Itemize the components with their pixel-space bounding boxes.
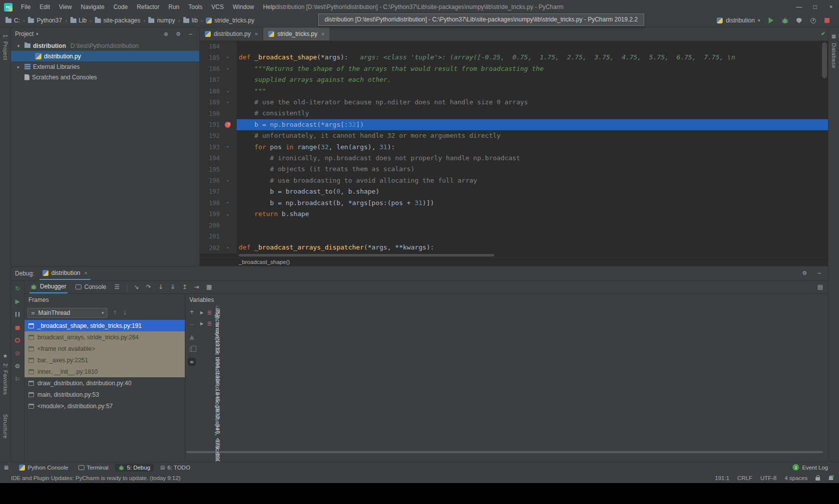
fold-marker-icon[interactable]: ▾: [223, 142, 233, 153]
variable-row[interactable]: ▶☰args = {tuple} <class 'tuple'>: (array…: [198, 318, 828, 329]
menu-run[interactable]: Run: [164, 0, 184, 14]
next-frame-button[interactable]: ↓: [122, 309, 127, 316]
menu-vcs[interactable]: VCS: [207, 0, 228, 14]
breadcrumb-item[interactable]: Python37: [26, 16, 63, 24]
copy-value-button[interactable]: [188, 345, 196, 353]
line-number[interactable]: 189: [200, 99, 223, 106]
line-number[interactable]: 190: [200, 110, 223, 117]
line-number[interactable]: 187: [200, 76, 223, 83]
line-number[interactable]: 202: [200, 245, 223, 252]
frame-row[interactable]: <frame not available>: [24, 343, 185, 354]
run-configuration-select[interactable]: distribution ▾: [717, 17, 760, 24]
line-number[interactable]: 192: [200, 132, 223, 139]
close-tab-icon[interactable]: ×: [255, 31, 258, 37]
variables-header[interactable]: Variables: [189, 296, 214, 303]
project-file-row[interactable]: distribution.py: [11, 51, 199, 61]
close-tab-icon[interactable]: ×: [322, 31, 325, 37]
coverage-button[interactable]: [795, 16, 803, 24]
run-button[interactable]: [767, 16, 775, 24]
close-button[interactable]: ×: [823, 0, 839, 14]
force-step-into-button[interactable]: ⇓: [170, 283, 175, 290]
frame-row[interactable]: draw_distribution, distribution.py:40: [24, 377, 185, 389]
tool-stripe-favorites[interactable]: 2: Favorites: [2, 363, 8, 395]
lock-icon[interactable]: [816, 477, 820, 481]
tool-stripe-structure[interactable]: Structure: [2, 414, 8, 439]
breadcrumb-function[interactable]: _broadcast_shape(): [239, 259, 290, 265]
profiler-button[interactable]: [809, 16, 817, 24]
hide-debug-button[interactable]: −: [815, 270, 824, 276]
fold-marker-icon[interactable]: ▾: [223, 52, 233, 63]
breadcrumb-item[interactable]: Lib: [69, 16, 88, 24]
breadcrumb-item[interactable]: lib: [182, 16, 199, 24]
code-editor[interactable]: 184185▾def _broadcast_shape(*args): args…: [200, 41, 828, 253]
remove-watch-button[interactable]: −: [188, 320, 196, 328]
code-line[interactable]: 189▾ # use the old-iterator because np.n…: [200, 97, 828, 108]
line-number[interactable]: 198: [200, 200, 223, 207]
line-number[interactable]: 186: [200, 65, 223, 72]
code-line[interactable]: 195 # objects (it treats them as scalars…: [200, 164, 828, 175]
project-root-row[interactable]: ▾ distribution D:\test\Python\distributi…: [11, 40, 199, 51]
editor-tab-distribution-py[interactable]: distribution.py×: [200, 27, 263, 40]
tab-debugger[interactable]: Debugger: [29, 280, 67, 293]
menu-navigate[interactable]: Navigate: [76, 0, 109, 14]
code-line[interactable]: 185▾def _broadcast_shape(*args): args: <…: [200, 52, 828, 63]
code-line[interactable]: 190 # consistently: [200, 108, 828, 119]
menu-file[interactable]: File: [16, 0, 35, 14]
step-over-button[interactable]: ↷: [146, 283, 151, 290]
add-watch-button[interactable]: +: [188, 308, 196, 316]
scratches-row[interactable]: Scratches and Consoles: [11, 72, 199, 82]
line-number[interactable]: 185: [200, 54, 223, 61]
menu-view[interactable]: View: [54, 0, 76, 14]
menu-window[interactable]: Window: [228, 0, 259, 14]
frame-row[interactable]: _broadcast_shape, stride_tricks.py:191: [24, 320, 185, 331]
code-line[interactable]: 188▴ """: [200, 86, 828, 97]
code-line[interactable]: 198▾ b = np.broadcast(b, *args[pos:(pos …: [200, 198, 828, 209]
layout-options-icon[interactable]: ☰: [114, 283, 120, 290]
code-line[interactable]: 201: [200, 231, 828, 242]
code-line[interactable]: 191⚡︎ b = np.broadcast(*args[:32]): [200, 119, 828, 130]
stop-button[interactable]: ■: [13, 323, 21, 331]
fold-marker-icon[interactable]: ▾: [223, 198, 233, 209]
chevron-expanded-icon[interactable]: ▾: [15, 43, 22, 48]
frames-header[interactable]: Frames: [28, 296, 49, 303]
frame-row[interactable]: main, distribution.py:53: [24, 389, 185, 400]
code-line[interactable]: 192 # unfortunately, it cannot handle 32…: [200, 130, 828, 141]
debug-settings-button[interactable]: ⚙: [800, 270, 810, 276]
line-number[interactable]: 188: [200, 88, 223, 95]
frame-row[interactable]: bar, _axes.py:2251: [24, 354, 185, 366]
inspections-ok-icon[interactable]: ✔: [821, 30, 826, 37]
debug-session-tab[interactable]: distribution ×: [39, 266, 90, 280]
debug-button[interactable]: [781, 16, 789, 24]
code-line[interactable]: 202▾def _broadcast_arrays_dispatcher(*ar…: [200, 242, 828, 253]
show-execution-point-button[interactable]: ↘: [134, 283, 139, 290]
mute-breakpoints-button[interactable]: ⊘: [13, 349, 21, 357]
previous-frame-button[interactable]: ↑: [112, 309, 117, 316]
fold-marker-icon[interactable]: ▾: [223, 63, 233, 74]
code-line[interactable]: 200: [200, 220, 828, 231]
event-log-button[interactable]: 1 Event Log: [793, 464, 828, 471]
move-watch-up-button[interactable]: ▲: [188, 333, 196, 341]
line-number[interactable]: 184: [200, 43, 223, 50]
thread-select[interactable]: ≡ MainThread ▾: [27, 308, 107, 318]
code-line[interactable]: 197 b = broadcast_to(0, b.shape): [200, 186, 828, 197]
step-into-button[interactable]: ↓: [158, 283, 163, 290]
code-line[interactable]: 186▾ """Returns the shape of the arrays …: [200, 63, 828, 74]
horizontal-scrollbar[interactable]: [200, 253, 828, 257]
fold-marker-icon[interactable]: ▾: [223, 175, 233, 186]
line-number[interactable]: 195: [200, 166, 223, 173]
menu-help[interactable]: Help: [259, 0, 280, 14]
breadcrumb-item[interactable]: numpy: [147, 16, 176, 24]
stop-button[interactable]: [823, 16, 831, 24]
step-out-button[interactable]: ↥: [182, 283, 187, 290]
menu-tools[interactable]: Tools: [184, 0, 207, 14]
toolbtn-python-console[interactable]: Python Console: [15, 464, 71, 472]
breadcrumb-item[interactable]: site-packages: [93, 16, 142, 24]
tool-stripe-project[interactable]: 1: Project: [2, 34, 8, 60]
project-panel-title[interactable]: Project: [15, 30, 33, 37]
fold-marker-icon[interactable]: ▴: [223, 86, 233, 97]
frame-row[interactable]: <module>, distribution.py:57: [24, 400, 185, 412]
expand-icon[interactable]: ▶: [199, 310, 204, 315]
tab-console[interactable]: Console: [74, 280, 107, 293]
breadcrumb-item[interactable]: C:: [4, 16, 21, 24]
toolbtn-todo[interactable]: ▤ 6: TODO: [157, 464, 194, 472]
